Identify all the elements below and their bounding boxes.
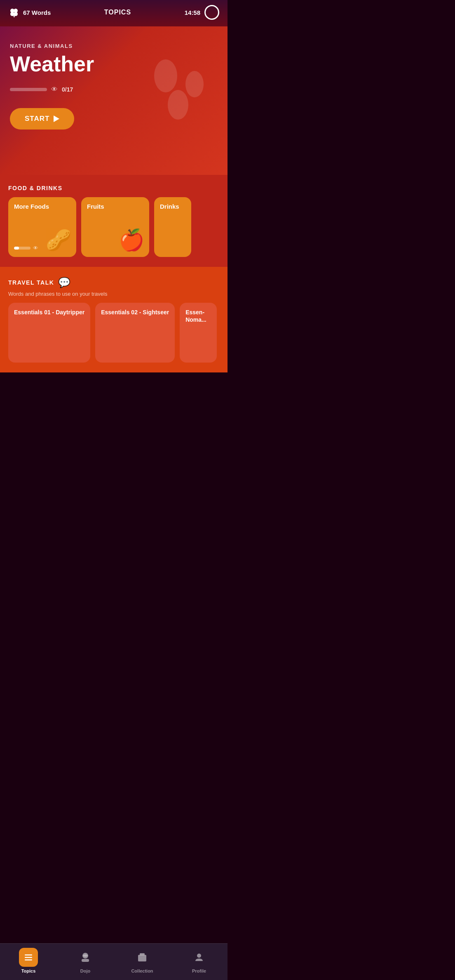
eye-icon: 👁 [51, 86, 58, 93]
card-title: Fruits [87, 203, 143, 210]
travel-header: TRAVEL TALK 💬 [8, 277, 219, 288]
card-title: More Foods [14, 203, 70, 210]
clover-icon [8, 7, 20, 18]
header-right: 14:58 [185, 5, 219, 20]
hero-category: NATURE & ANIMALS [10, 43, 218, 49]
food-section: FOOD & DRINKS More Foods 👁 🥜 Fruits 🍎 Dr… [0, 175, 228, 267]
travel-section: TRAVEL TALK 💬 Words and phrases to use o… [0, 267, 228, 372]
card-title: Essen-Noma... [185, 309, 211, 323]
weather-decoration [141, 51, 223, 135]
travel-cards-row: Essentials 01 - Daytripper Essentials 02… [8, 303, 219, 366]
food-card-fruits[interactable]: Fruits 🍎 [81, 197, 149, 257]
svg-point-6 [185, 71, 204, 97]
svg-rect-4 [14, 15, 15, 17]
card-progress-fill [14, 247, 19, 250]
food-card-drinks[interactable]: Drinks [154, 197, 191, 257]
app-header: 67 Words TOPICS 14:58 [0, 0, 228, 26]
start-button[interactable]: START [10, 108, 74, 130]
travel-card-nomad[interactable]: Essen-Noma... [180, 303, 217, 363]
food-card-more-foods[interactable]: More Foods 👁 🥜 [8, 197, 76, 257]
card-progress-bar [14, 247, 30, 250]
travel-section-title: TRAVEL TALK [8, 279, 54, 286]
svg-point-7 [168, 90, 188, 120]
food-section-title: FOOD & DRINKS [8, 185, 219, 191]
play-icon [54, 115, 59, 122]
profile-circle-button[interactable] [204, 5, 219, 20]
hero-progress-text: 0/17 [62, 86, 73, 93]
header-title: TOPICS [104, 9, 131, 16]
header-left: 67 Words [8, 7, 51, 18]
travel-subtitle: Words and phrases to use on your travels [8, 291, 219, 297]
word-count: 67 Words [23, 9, 51, 16]
card-title: Drinks [160, 203, 185, 210]
card-title: Essentials 01 - Daytripper [14, 309, 84, 316]
card-eye-icon: 👁 [33, 245, 38, 251]
food-cards-row: More Foods 👁 🥜 Fruits 🍎 Drinks [8, 197, 219, 260]
hero-section: NATURE & ANIMALS Weather 👁 0/17 START [0, 26, 228, 175]
card-progress-row: 👁 [14, 245, 38, 251]
card-title: Essentials 02 - Sightseer [101, 309, 169, 316]
start-label: START [25, 115, 49, 123]
card-food-icon: 🥜 [46, 228, 71, 252]
hero-progress-bar [10, 88, 47, 91]
svg-point-5 [154, 59, 177, 92]
travel-card-sightseer[interactable]: Essentials 02 - Sightseer [95, 303, 175, 363]
speech-icon: 💬 [58, 277, 70, 288]
card-fruit-icon: 🍎 [119, 228, 144, 252]
clock-time: 14:58 [185, 9, 200, 16]
travel-card-daytripper[interactable]: Essentials 01 - Daytripper [8, 303, 90, 363]
